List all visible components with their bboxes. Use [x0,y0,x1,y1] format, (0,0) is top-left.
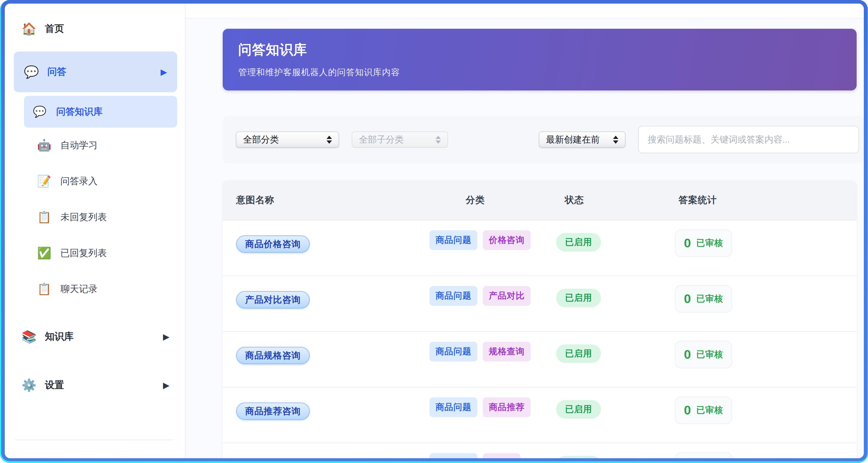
category-select-value: 全部分类 [243,134,279,146]
answer-stats-box: 0 已审核 [675,285,732,313]
intent-pill[interactable]: 商品推荐咨询 [236,403,310,420]
filter-bar: 全部分类 全部子分类 最新创建在前 [223,116,864,164]
qa-table: 意图名称 分类 状态 答案统计 商品价格咨询 商品问题 价格咨询 已启用 [223,180,857,458]
approved-label: 已审核 [696,293,723,305]
subcategory-tag: 产品对比 [483,286,531,306]
status-badge: 已启用 [556,233,601,252]
clipboard-icon: 📋 [37,283,54,295]
clipboard-icon: 📋 [37,211,54,223]
gear-icon: ⚙️ [22,379,38,391]
speech-balloon-icon: 💬 [33,106,50,117]
chevron-right-icon: ▶ [163,332,169,342]
status-badge: 已启用 [556,400,601,419]
answer-stats-box: 0 已审核 [675,229,732,257]
books-icon: 📚 [22,330,38,343]
status-badge: 已启用 [556,456,601,458]
chevron-right-icon: ▶ [160,67,167,77]
speech-balloon-icon: 💬 [24,66,41,78]
category-tag: 商品问题 [430,453,477,458]
intent-pill[interactable]: 商品规格咨询 [236,347,310,364]
sidebar-item-label: 问答录入 [60,175,98,187]
subcategory-select-value: 全部子分类 [359,134,404,146]
table-row: 商品规格咨询 商品问题 规格查询 已启用 0 已审核 [223,332,857,387]
content-area: 问答知识库 管理和维护客服机器人的问答知识库内容 全部分类 全部子分类 [186,19,864,458]
sidebar-item-home[interactable]: 🏠 首页 [14,16,177,41]
page-subtitle: 管理和维护客服机器人的问答知识库内容 [238,66,841,79]
select-arrows-icon [608,136,618,144]
sidebar-item-settings[interactable]: ⚙️ 设置 ▶ [14,373,177,398]
main-area: 问答知识库 管理和维护客服机器人的问答知识库内容 全部分类 全部子分类 [186,4,864,458]
sidebar: 🏠 首页 💬 问答 ▶ 💬 问答知识库 🤖 自动学习 📝 [5,4,186,458]
approved-count: 0 [684,292,691,306]
approved-count: 0 [684,236,691,250]
subcategory-tag: 规格查询 [483,342,531,361]
category-tag: 商品问题 [430,286,477,306]
intent-pill[interactable]: 商品价格咨询 [236,235,310,253]
window-frame-cyan-edge: 🏠 首页 💬 问答 ▶ 💬 问答知识库 🤖 自动学习 📝 [0,0,868,463]
sort-select-value: 最新创建在前 [546,134,600,146]
category-tag: 商品问题 [430,398,477,417]
sidebar-item-knowledge-base[interactable]: 📚 知识库 ▶ [14,324,177,349]
approved-label: 已审核 [696,237,723,249]
answer-stats-box: 0 已审核 [675,397,732,424]
column-header-category: 分类 [430,194,556,206]
house-icon: 🏠 [22,23,38,35]
sidebar-item-label: 聊天记录 [60,283,98,295]
memo-pencil-icon: 📝 [37,175,54,187]
answer-stats-box: 0 已审核 [675,452,732,458]
search-input[interactable] [638,126,859,153]
sidebar-divider [15,440,173,440]
sidebar-item-label: 已回复列表 [60,247,107,259]
table-row: 商品问题 已启用 0 已审核 [223,443,857,458]
sidebar-item-chat-history[interactable]: 📋 聊天记录 [37,277,177,301]
sidebar-item-label: 问答 [47,65,66,79]
sidebar-item-label: 首页 [45,22,64,35]
page-title: 问答知识库 [238,41,841,59]
app-window: 🏠 首页 💬 问答 ▶ 💬 问答知识库 🤖 自动学习 📝 [5,4,864,458]
status-badge: 已启用 [556,344,601,363]
sidebar-item-answered-list[interactable]: ✅ 已回复列表 [37,241,177,265]
page-header-banner: 问答知识库 管理和维护客服机器人的问答知识库内容 [223,29,857,90]
category-select[interactable]: 全部分类 [236,132,339,148]
approved-count: 0 [684,347,691,362]
table-row: 产品对比咨询 商品问题 产品对比 已启用 0 已审核 [223,276,857,332]
column-header-answer-stats: 答案统计 [675,194,857,206]
column-header-intent: 意图名称 [223,194,430,206]
select-arrows-icon [321,136,332,144]
sidebar-item-label: 自动学习 [60,139,98,151]
category-tag: 商品问题 [430,230,477,250]
category-tag: 商品问题 [430,342,477,361]
sidebar-item-label: 知识库 [45,330,74,343]
robot-icon: 🤖 [37,140,54,151]
subcategory-tag: 价格咨询 [483,230,531,250]
column-header-status: 状态 [556,194,675,206]
intent-pill[interactable]: 产品对比咨询 [236,291,310,309]
sidebar-item-qa-entry[interactable]: 📝 问答录入 [37,170,177,193]
check-mark-icon: ✅ [37,248,54,259]
sidebar-item-label: 未回复列表 [60,211,107,224]
approved-label: 已审核 [696,349,723,360]
sidebar-item-label: 设置 [45,379,64,392]
status-badge: 已启用 [556,289,601,307]
window-frame: 🏠 首页 💬 问答 ▶ 💬 问答知识库 🤖 自动学习 📝 [1,0,867,461]
table-row: 商品价格咨询 商品问题 价格咨询 已启用 0 已审核 [223,221,857,276]
approved-count: 0 [684,403,691,417]
top-bar [186,4,864,19]
sort-select[interactable]: 最新创建在前 [539,132,625,148]
sidebar-item-qa-knowledge-base[interactable]: 💬 问答知识库 [24,96,177,127]
sidebar-item-unanswered-list[interactable]: 📋 未回复列表 [37,205,177,229]
subcategory-select: 全部子分类 [352,132,448,148]
subcategory-tag: 商品推荐 [483,398,531,417]
subcategory-tag [483,453,521,458]
sidebar-item-qa[interactable]: 💬 问答 ▶ [14,52,177,92]
table-row: 商品推荐咨询 商品问题 商品推荐 已启用 0 已审核 [223,387,857,443]
select-arrows-icon [430,136,441,144]
chevron-right-icon: ▶ [163,380,169,390]
sidebar-item-label: 问答知识库 [56,106,103,118]
approved-label: 已审核 [696,404,723,416]
sidebar-item-auto-learning[interactable]: 🤖 自动学习 [37,134,177,157]
answer-stats-box: 0 已审核 [675,341,732,368]
table-header-row: 意图名称 分类 状态 答案统计 [223,180,857,221]
